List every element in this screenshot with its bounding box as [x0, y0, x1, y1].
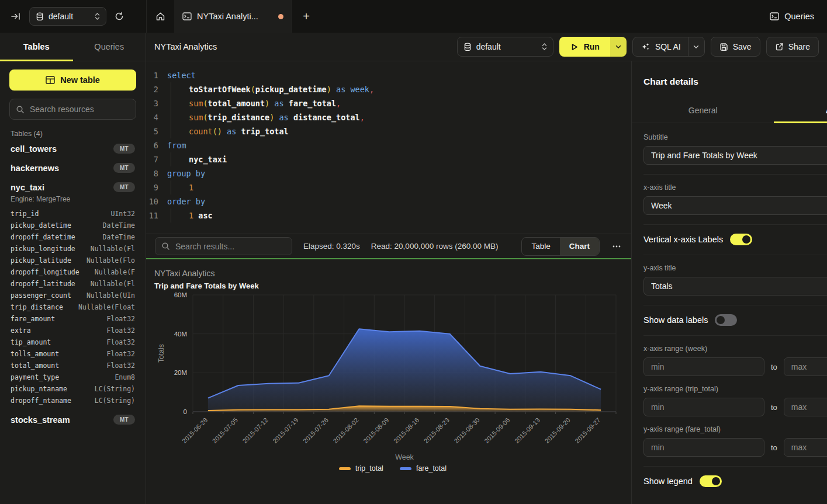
new-tab-button[interactable]: + [292, 0, 320, 33]
column-name: pickup_datetime [11, 220, 71, 231]
home-tab[interactable] [146, 0, 174, 33]
data-labels-toggle[interactable] [715, 314, 737, 326]
toolbar-database-selector[interactable]: default [457, 37, 553, 57]
run-label: Run [584, 42, 600, 51]
run-button-group: Run [559, 37, 627, 57]
xrange-min-input[interactable] [643, 357, 764, 376]
column-name: tip_amount [11, 336, 51, 348]
column-name: trip_distance [11, 301, 63, 313]
database-icon [36, 12, 44, 21]
content: New table Tables (4) cell_towers MT hack… [0, 61, 827, 504]
column-type: UInt32 [110, 208, 135, 220]
sparkles-icon [641, 42, 650, 51]
show-legend-toggle[interactable] [700, 475, 722, 487]
column-name: payment_type [11, 371, 59, 383]
svg-text:2015-08-16: 2015-08-16 [392, 416, 420, 444]
column-name: extra [11, 325, 31, 336]
table-item-cell-towers[interactable]: cell_towers MT [9, 139, 136, 158]
database-selector[interactable]: default [29, 7, 106, 26]
run-options-button[interactable] [610, 37, 627, 57]
column-name: fare_amount [11, 313, 55, 325]
save-label: Save [733, 42, 752, 51]
share-button[interactable]: Share [766, 37, 819, 57]
legend-item-trip_total[interactable]: trip_total [339, 464, 383, 472]
column-type: Nullable(F [95, 266, 135, 278]
column-type: LC(String) [95, 395, 135, 406]
share-label: Share [788, 42, 810, 51]
view-chart-button[interactable]: Chart [560, 238, 599, 255]
sidebar-tab-tables[interactable]: Tables [0, 33, 73, 61]
line-number: 11 [146, 208, 167, 223]
table-item-hackernews[interactable]: hackernews MT [9, 158, 136, 178]
table-item-nyc-taxi[interactable]: nyc_taxi MT [9, 178, 136, 197]
run-button[interactable]: Run [559, 37, 610, 57]
play-icon [570, 43, 579, 51]
view-table-button[interactable]: Table [522, 238, 559, 255]
queries-icon [770, 12, 779, 20]
svg-text:2015-07-26: 2015-07-26 [302, 416, 330, 444]
refresh-button[interactable] [112, 9, 126, 23]
yrange-fare-label: y-axis range (fare_total) [643, 425, 827, 433]
save-button[interactable]: Save [711, 37, 760, 57]
chart-legend: trip_totalfare_total [154, 464, 631, 472]
column-row: pickup_datetimeDateTime [11, 220, 135, 231]
save-icon [719, 43, 728, 51]
sql-editor[interactable]: 1select2toStartOfWeek(pickup_datetime) a… [146, 61, 631, 234]
divider [643, 224, 827, 225]
sidebar-tab-queries[interactable]: Queries [73, 33, 146, 61]
yrange-trip-max-input[interactable] [784, 398, 827, 416]
tab-general[interactable]: General [632, 98, 774, 123]
sql-ai-options-button[interactable] [688, 37, 704, 56]
queries-label: Queries [784, 12, 814, 21]
table-name: cell_towers [11, 144, 57, 154]
query-tab-icon [182, 12, 192, 20]
column-type: Float32 [107, 325, 135, 336]
legend-item-fare_total[interactable]: fare_total [400, 464, 447, 472]
new-table-button[interactable]: New table [9, 69, 136, 91]
subtitle-label: Subtitle [643, 133, 827, 141]
vertical-labels-toggle[interactable] [730, 234, 752, 245]
column-type: Nullable(Fl [91, 278, 135, 290]
legend-marker [339, 467, 351, 470]
yrange-trip-label: y-axis range (trip_total) [643, 385, 827, 393]
yrange-fare-min-input[interactable] [643, 438, 764, 457]
line-number: 10 [146, 194, 167, 208]
engine-badge: MT [113, 182, 135, 192]
panel-body: Subtitle x-axis title Vertical x-axis La… [632, 123, 827, 488]
subtitle-input[interactable] [643, 146, 827, 165]
xrange-max-input[interactable] [784, 357, 827, 376]
xrange-label: x-axis range (week) [643, 345, 827, 353]
sub-header: Tables Queries NYTaxi Analytics default … [0, 33, 827, 61]
to-label: to [771, 403, 777, 412]
resource-search-input[interactable] [30, 105, 130, 114]
column-row: dropoff_longitudeNullable(F [11, 266, 135, 278]
column-row: pickup_latitudeNullable(Flo [11, 255, 135, 266]
table-item-stocks-stream[interactable]: stocks_stream MT [9, 410, 136, 429]
collapse-sidebar-button[interactable] [8, 9, 23, 23]
read-stat: Read: 20,000,000 rows (260.00 MB) [371, 242, 499, 251]
table-name: nyc_taxi [11, 183, 44, 192]
chart-title: NYTaxi Analytics [154, 269, 631, 278]
yaxis-title-input[interactable] [643, 277, 827, 296]
column-row: passenger_countNullable(UIn [11, 290, 135, 301]
more-options-button[interactable] [611, 244, 622, 249]
svg-text:2015-06-28: 2015-06-28 [181, 416, 209, 444]
chart-details-panel: Chart details General Advanced Subtitle … [631, 61, 827, 504]
column-type: Nullable(Flo [86, 255, 135, 266]
svg-text:60M: 60M [174, 291, 187, 298]
tab-advanced[interactable]: Advanced [774, 98, 827, 123]
to-label: to [771, 363, 777, 371]
sql-ai-button[interactable]: SQL AI [632, 37, 705, 57]
svg-text:20M: 20M [174, 369, 187, 376]
column-type: Float32 [107, 336, 135, 348]
queries-button[interactable]: Queries [770, 0, 827, 33]
tab-nytaxi-analytics[interactable]: NYTaxi Analyti... [174, 0, 292, 33]
column-row: trip_idUInt32 [11, 208, 135, 220]
yrange-trip-min-input[interactable] [643, 398, 764, 416]
chevron-updown-icon [95, 12, 100, 20]
search-icon [161, 242, 170, 251]
results-search-input[interactable] [175, 242, 286, 251]
xaxis-title-input[interactable] [643, 196, 827, 215]
column-row: payment_typeEnum8 [11, 371, 135, 383]
yrange-fare-max-input[interactable] [784, 438, 827, 457]
